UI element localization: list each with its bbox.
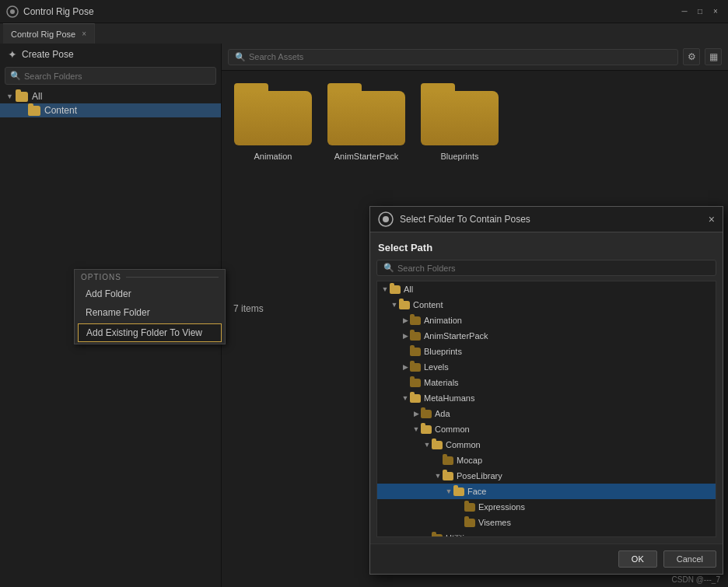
options-divider <box>126 277 219 278</box>
dialog-search-icon: 🔍 <box>383 263 394 273</box>
dt-label-visemes: Visemes <box>478 518 511 527</box>
dt-item-poselibrary[interactable]: ▼ PoseLibrary <box>377 468 716 484</box>
asset-search-input[interactable] <box>249 52 671 61</box>
dt-item-mocap[interactable]: Mocap <box>377 452 716 468</box>
dt-folder-face-selected <box>453 487 464 496</box>
dt-label-utilities: Utilities <box>446 533 473 537</box>
folder-body <box>421 91 499 145</box>
dt-item-utilities[interactable]: Utilities <box>377 530 716 537</box>
dt-folder-common-1 <box>421 425 432 434</box>
maximize-button[interactable]: □ <box>694 5 706 18</box>
dt-item-blueprints[interactable]: Blueprints <box>377 344 716 359</box>
app-icon <box>6 5 19 18</box>
dt-item-content[interactable]: ▼ Content <box>377 297 716 313</box>
dt-folder-expressions <box>464 503 475 512</box>
folder-thumb-animation <box>234 83 312 145</box>
tri-face: ▼ <box>444 487 453 495</box>
option-rename-folder[interactable]: Rename Folder <box>75 303 225 322</box>
settings-icon-btn[interactable]: ⚙ <box>683 48 700 65</box>
tri-animstarterpack: ▶ <box>401 332 410 340</box>
asset-item-animation[interactable]: Animation <box>234 83 312 575</box>
tri-poselibrary: ▼ <box>433 472 443 480</box>
dialog-folder-tree: ▼ All ▼ Content ▶ Animation ▶ AnimStarte… <box>376 281 716 537</box>
expand-arrow: ▼ <box>6 93 16 100</box>
dt-item-ada[interactable]: ▶ Ada <box>377 406 716 421</box>
dt-item-animstarterpack[interactable]: ▶ AnimStarterPack <box>377 328 716 344</box>
tri-metahumans: ▼ <box>401 394 410 402</box>
dt-item-common-2[interactable]: ▼ Common <box>377 437 716 452</box>
asset-search-icon: 🔍 <box>235 52 246 62</box>
dt-item-levels[interactable]: ▶ Levels <box>377 359 716 375</box>
folder-search-bar[interactable]: 🔍 <box>5 67 216 85</box>
dt-folder-mocap <box>443 456 453 465</box>
dt-folder-common-2 <box>432 441 443 449</box>
svg-point-4 <box>383 216 389 222</box>
tri-animation: ▶ <box>401 316 410 324</box>
dt-label-expressions: Expressions <box>478 502 525 512</box>
create-pose-button[interactable]: ✦ Create Pose <box>0 44 221 65</box>
tri-common-1: ▼ <box>411 425 421 433</box>
dt-item-expressions[interactable]: Expressions <box>377 499 716 515</box>
option-add-existing-folder[interactable]: Add Existing Folder To View <box>78 323 222 342</box>
tab-bar: Control Rig Pose × <box>0 23 728 44</box>
dt-label-animstarterpack: AnimStarterPack <box>424 331 488 341</box>
options-label: OPTIONS <box>81 273 121 281</box>
tri-all: ▼ <box>380 285 390 293</box>
dt-folder-animstarterpack <box>410 332 421 341</box>
folder-body <box>327 91 405 145</box>
tab-label: Control Rig Pose <box>11 30 75 39</box>
asset-search-wrapper[interactable]: 🔍 <box>228 49 678 65</box>
options-header: OPTIONS <box>75 270 225 285</box>
dt-label-content: Content <box>413 300 443 309</box>
minimize-button[interactable]: ─ <box>678 5 691 18</box>
dialog-ok-button[interactable]: OK <box>618 550 657 568</box>
dt-item-visemes[interactable]: Visemes <box>377 515 716 530</box>
dt-item-common-1[interactable]: ▼ Common <box>377 421 716 437</box>
asset-label-animstarterpack: AnimStarterPack <box>334 152 399 161</box>
app-tab[interactable]: Control Rig Pose <box>23 6 678 17</box>
dialog-search-bar[interactable]: 🔍 <box>376 260 716 276</box>
dialog-cancel-button[interactable]: Cancel <box>663 550 716 568</box>
plus-icon: ✦ <box>8 48 17 61</box>
folder-icon-all <box>16 92 28 102</box>
asset-label-blueprints: Blueprints <box>441 152 479 161</box>
dt-item-materials[interactable]: Materials <box>377 375 716 390</box>
folder-thumb-animstarterpack <box>327 83 405 145</box>
folder-search-input[interactable] <box>24 72 211 81</box>
tab-control-rig-pose[interactable]: Control Rig Pose × <box>3 23 95 44</box>
dt-folder-content <box>399 301 410 309</box>
dt-item-face-selected[interactable]: ▼ Face <box>377 484 716 499</box>
option-add-folder[interactable]: Add Folder <box>75 285 225 303</box>
dialog-close-button[interactable]: × <box>709 213 715 225</box>
dt-item-animation[interactable]: ▶ Animation <box>377 313 716 328</box>
tri-content: ▼ <box>390 301 399 309</box>
folder-thumb-blueprints <box>421 83 499 145</box>
dt-label-mocap: Mocap <box>457 456 482 465</box>
tree-item-content[interactable]: Content <box>0 103 221 117</box>
folder-body <box>234 91 312 145</box>
tri-levels: ▶ <box>401 363 410 371</box>
dt-folder-all <box>390 285 401 294</box>
dialog-footer: OK Cancel <box>370 543 723 574</box>
dt-folder-blueprints <box>410 348 421 356</box>
items-count-label: 7 items <box>233 303 264 314</box>
tab-close-icon[interactable]: × <box>82 30 86 38</box>
dt-item-metahumans[interactable]: ▼ MetaHumans <box>377 390 716 406</box>
dt-label-metahumans: MetaHumans <box>424 393 474 403</box>
dt-label-ada: Ada <box>435 409 450 418</box>
dt-folder-utilities <box>432 534 443 538</box>
dt-label-poselibrary: PoseLibrary <box>457 471 502 480</box>
tree-label-content: Content <box>44 105 77 116</box>
tri-ada: ▶ <box>411 410 421 418</box>
asset-label-animation: Animation <box>254 152 292 161</box>
dt-folder-levels <box>410 363 421 372</box>
dialog-search-input[interactable] <box>397 264 709 273</box>
dt-folder-poselibrary <box>443 472 453 480</box>
close-button[interactable]: × <box>709 5 722 18</box>
dt-item-all[interactable]: ▼ All <box>377 281 716 297</box>
view-icon-btn[interactable]: ▦ <box>705 48 722 65</box>
tree-item-all[interactable]: ▼ All <box>0 89 221 103</box>
folder-icon-content <box>28 106 40 116</box>
title-bar: Control Rig Pose ─ □ × <box>0 0 728 23</box>
asset-search-bar: 🔍 ⚙ ▦ <box>222 44 728 71</box>
